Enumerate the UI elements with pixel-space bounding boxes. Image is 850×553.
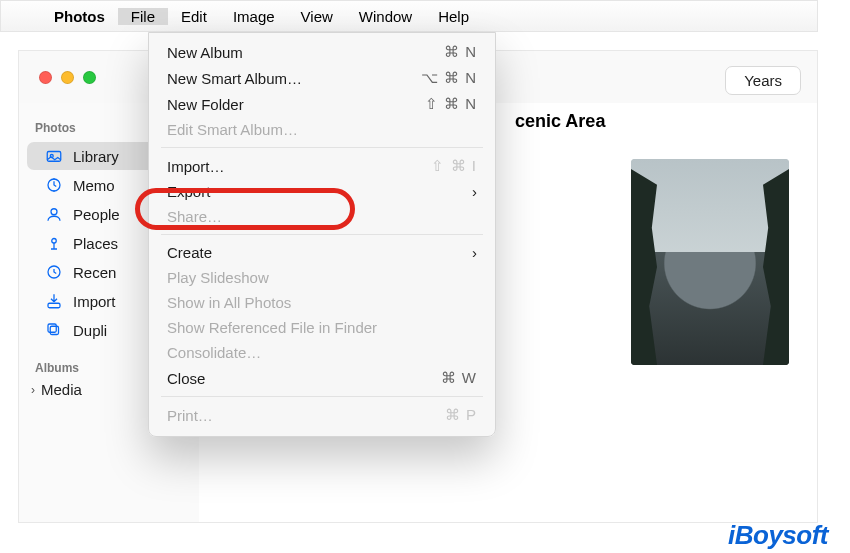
menu-item-export[interactable]: Export ›: [149, 179, 495, 204]
sidebar-item-label: Places: [73, 235, 118, 252]
svg-point-4: [52, 239, 57, 244]
menu-item-label: Create: [167, 244, 212, 261]
menubar-item-edit[interactable]: Edit: [168, 8, 220, 25]
menu-item-new-smart-album[interactable]: New Smart Album… ⌥ ⌘ N: [149, 65, 495, 91]
menu-item-close[interactable]: Close ⌘ W: [149, 365, 495, 391]
sidebar-item-label: Memo: [73, 177, 115, 194]
menu-item-label: Show in All Photos: [167, 294, 291, 311]
close-window-button[interactable]: [39, 71, 52, 84]
places-icon: [45, 234, 63, 252]
menu-item-new-folder[interactable]: New Folder ⇧ ⌘ N: [149, 91, 495, 117]
recents-icon: [45, 263, 63, 281]
menu-item-label: Close: [167, 370, 205, 387]
traffic-lights: [39, 71, 96, 84]
menu-item-label: New Folder: [167, 96, 244, 113]
menu-item-print: Print… ⌘ P: [149, 402, 495, 428]
menu-item-label: Import…: [167, 158, 225, 175]
app-name[interactable]: Photos: [41, 8, 118, 25]
menu-item-edit-smart-album: Edit Smart Album…: [149, 117, 495, 142]
menu-item-label: Export: [167, 183, 210, 200]
menu-item-import[interactable]: Import… ⇧ ⌘ I: [149, 153, 495, 179]
menu-item-label: New Smart Album…: [167, 70, 302, 87]
file-menu: New Album ⌘ N New Smart Album… ⌥ ⌘ N New…: [148, 32, 496, 437]
sidebar-item-label: Dupli: [73, 322, 107, 339]
sidebar-item-label: Library: [73, 148, 119, 165]
menu-shortcut: ⌘ P: [445, 406, 477, 424]
menu-item-label: Edit Smart Album…: [167, 121, 298, 138]
brand-watermark: iBoysoft: [728, 520, 828, 551]
sidebar-item-label: People: [73, 206, 120, 223]
menu-item-create[interactable]: Create ›: [149, 240, 495, 265]
menu-divider: [161, 396, 483, 397]
menu-item-show-in-all-photos: Show in All Photos: [149, 290, 495, 315]
menu-item-label: Share…: [167, 208, 222, 225]
menubar-item-file[interactable]: File: [118, 8, 168, 25]
svg-rect-7: [50, 326, 58, 334]
imports-icon: [45, 292, 63, 310]
menu-item-new-album[interactable]: New Album ⌘ N: [149, 39, 495, 65]
menu-shortcut: ⇧ ⌘ I: [431, 157, 477, 175]
section-heading: cenic Area: [515, 111, 605, 132]
menubar-item-view[interactable]: View: [288, 8, 346, 25]
chevron-right-icon: ›: [472, 183, 477, 200]
menubar: Photos File Edit Image View Window Help: [0, 0, 818, 32]
library-icon: [45, 147, 63, 165]
menu-shortcut: ⌥ ⌘ N: [421, 69, 477, 87]
sidebar-item-label: Import: [73, 293, 116, 310]
minimize-window-button[interactable]: [61, 71, 74, 84]
menu-shortcut: ⌘ N: [444, 43, 477, 61]
chevron-right-icon: ›: [31, 383, 35, 397]
menu-item-show-referenced-file: Show Referenced File in Finder: [149, 315, 495, 340]
menu-item-label: Show Referenced File in Finder: [167, 319, 377, 336]
svg-rect-6: [48, 303, 60, 308]
menu-item-label: Play Slideshow: [167, 269, 269, 286]
duplicates-icon: [45, 321, 63, 339]
memories-icon: [45, 176, 63, 194]
menubar-item-window[interactable]: Window: [346, 8, 425, 25]
menu-divider: [161, 147, 483, 148]
menu-shortcut: ⌘ W: [441, 369, 477, 387]
svg-rect-8: [48, 324, 56, 332]
chevron-right-icon: ›: [472, 244, 477, 261]
sidebar-item-label: Media: [41, 381, 82, 398]
menu-divider: [161, 234, 483, 235]
menu-item-label: Consolidate…: [167, 344, 261, 361]
svg-point-3: [51, 209, 57, 215]
sidebar-item-label: Recen: [73, 264, 116, 281]
years-button[interactable]: Years: [725, 66, 801, 95]
photo-thumbnail[interactable]: [631, 159, 789, 365]
menubar-item-image[interactable]: Image: [220, 8, 288, 25]
people-icon: [45, 205, 63, 223]
menu-item-share: Share…: [149, 204, 495, 229]
menubar-item-help[interactable]: Help: [425, 8, 482, 25]
menu-item-play-slideshow: Play Slideshow: [149, 265, 495, 290]
menu-shortcut: ⇧ ⌘ N: [425, 95, 477, 113]
menu-item-label: Print…: [167, 407, 213, 424]
menu-item-consolidate: Consolidate…: [149, 340, 495, 365]
fullscreen-window-button[interactable]: [83, 71, 96, 84]
menu-item-label: New Album: [167, 44, 243, 61]
